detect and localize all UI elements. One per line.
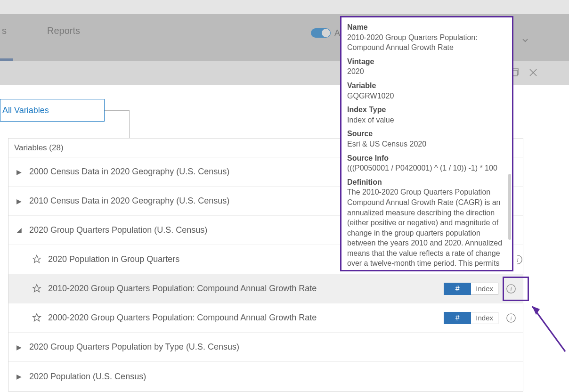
badge-numeric[interactable]: #	[444, 312, 471, 324]
tooltip-scrollbar[interactable]	[508, 174, 511, 240]
toggle-knob	[322, 29, 330, 37]
variable-label: 2010-2020 Group Quarters Population: Com…	[48, 284, 444, 294]
tooltip-key: Index Type	[347, 105, 506, 115]
group-label: 2010 Census Data in 2020 Geography (U.S.…	[29, 196, 229, 206]
tooltip-value: The 2010-2020 Group Quarters Population …	[347, 187, 506, 270]
info-icon[interactable]: i	[506, 313, 516, 323]
panel-title-text: Variables (28)	[14, 143, 64, 153]
connector-line	[129, 110, 130, 139]
tab-all-variables[interactable]: All Variables	[0, 99, 105, 122]
tab-reports[interactable]: Reports	[47, 25, 80, 36]
group-label: 2020 Population (U.S. Census)	[29, 372, 146, 382]
star-icon[interactable]	[32, 254, 42, 265]
svg-rect-1	[512, 70, 517, 76]
svg-text:i: i	[510, 286, 512, 292]
tooltip-value: (((P0050001 / P0420001) ^ (1 / 10)) -1) …	[347, 163, 506, 173]
tooltip-key: Source	[347, 129, 506, 139]
tab-left-fragment: s	[0, 25, 7, 36]
svg-marker-14	[532, 306, 540, 315]
variable-label: 2000-2020 Group Quarters Population: Com…	[48, 313, 444, 323]
group-label: 2020 Group Quarters Population (U.S. Cen…	[29, 225, 207, 235]
connector-line	[105, 110, 129, 111]
group-label: 2020 Group Quarters Population by Type (…	[29, 342, 239, 352]
svg-line-13	[532, 306, 565, 351]
group-row[interactable]: ▶ 2020 Group Quarters Population by Type…	[8, 333, 523, 362]
tooltip-key: Variable	[347, 81, 506, 91]
info-icon[interactable]: i	[517, 254, 523, 265]
variable-row-selected[interactable]: 2010-2020 Group Quarters Population: Com…	[8, 274, 523, 303]
star-icon[interactable]	[32, 313, 42, 323]
info-icon[interactable]: i	[506, 284, 516, 294]
toggle-switch[interactable]	[311, 28, 331, 38]
toggle-label-fragment: A	[334, 28, 340, 38]
svg-text:i: i	[517, 257, 519, 263]
tooltip-key: Name	[347, 22, 506, 33]
annotation-arrow	[528, 300, 569, 356]
svg-marker-5	[33, 284, 41, 292]
badge-index[interactable]: Index	[471, 283, 498, 295]
chevron-down-icon[interactable]	[522, 37, 528, 44]
group-label: 2000 Census Data in 2020 Geography (U.S.…	[29, 167, 229, 177]
tab-all-variables-label: All Variables	[2, 106, 49, 115]
svg-marker-4	[33, 255, 41, 262]
variable-row[interactable]: 2000-2020 Group Quarters Population: Com…	[8, 303, 523, 333]
restore-window-icon[interactable]	[511, 68, 520, 77]
svg-text:i: i	[510, 315, 512, 321]
variable-tooltip: Name2010-2020 Group Quarters Population:…	[341, 17, 512, 270]
tooltip-value: GQGRW1020	[347, 91, 506, 101]
close-icon[interactable]	[528, 68, 538, 77]
tooltip-value: Esri & US Census 2020	[347, 139, 506, 149]
tooltip-value: 2020	[347, 66, 506, 77]
caret-right-icon: ▶	[15, 343, 23, 351]
variable-badges: # Index	[444, 283, 498, 295]
badge-numeric[interactable]: #	[444, 283, 471, 295]
svg-marker-8	[33, 313, 41, 321]
tooltip-value: 2010-2020 Group Quarters Population: Com…	[347, 33, 506, 53]
caret-right-icon: ▶	[15, 197, 23, 205]
tooltip-key: Source Info	[347, 153, 506, 163]
tooltip-key: Definition	[347, 177, 506, 188]
caret-down-icon: ◢	[15, 226, 23, 234]
star-icon[interactable]	[32, 284, 42, 294]
tooltip-value: Index of value	[347, 115, 506, 125]
caret-right-icon: ▶	[15, 373, 23, 380]
tooltip-key: Vintage	[347, 57, 506, 67]
badge-index[interactable]: Index	[471, 312, 498, 324]
caret-right-icon: ▶	[15, 168, 23, 176]
variable-badges: # Index	[444, 312, 498, 324]
group-row[interactable]: ▶ 2020 Population (U.S. Census)	[8, 362, 523, 391]
